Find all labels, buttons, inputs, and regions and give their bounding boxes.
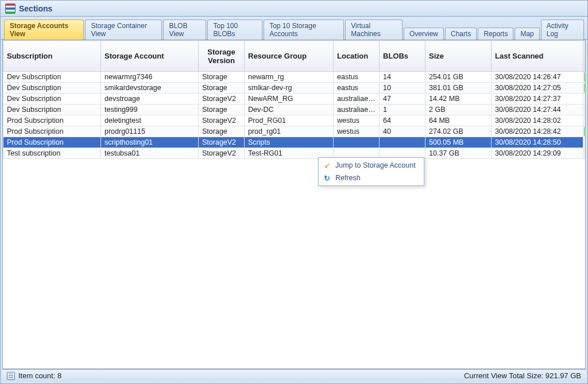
col-resource-group[interactable]: Resource Group <box>245 41 334 72</box>
tab-strip: Storage Accounts ViewStorage Container V… <box>1 17 587 40</box>
cell-pct-of-parent: 30 % <box>583 126 585 137</box>
cell-storage-account: prodrg01115 <box>101 126 199 137</box>
table-row[interactable]: Dev SubscriptionsmikardevstorageStorages… <box>3 83 585 94</box>
cell-storage-account: deletingtest <box>101 115 199 126</box>
cell-location: australiaeast <box>334 94 380 104</box>
table-row[interactable]: Test subscriptiontestubsa01StorageV2Test… <box>3 148 585 159</box>
cell-location: westus <box>334 115 380 126</box>
storage-accounts-table-container[interactable]: Subscription Storage Account Storage Ver… <box>2 40 586 369</box>
table-row[interactable]: Prod Subscriptionscripthosting01StorageV… <box>3 137 585 148</box>
ctx-refresh[interactable]: Refresh <box>319 172 424 184</box>
tab-storage-accounts-view[interactable]: Storage Accounts View <box>4 20 84 40</box>
cell-last-scanned: 30/08/2020 14:29:09 <box>492 148 583 159</box>
cell-blobs: 14 <box>380 72 425 83</box>
col-size[interactable]: Size <box>425 41 492 72</box>
cell-blobs: 1 <box>380 104 425 115</box>
cell-storage-account: testubsa01 <box>101 148 199 159</box>
cell-pct-of-parent: % <box>583 94 585 104</box>
table-row[interactable]: Dev SubscriptiondevstroageStorageV2NewAR… <box>3 94 585 104</box>
tab-charts[interactable]: Charts <box>445 28 477 40</box>
col-last-scanned[interactable]: Last Scanned <box>492 41 583 72</box>
col-storage-account[interactable]: Storage Account <box>101 41 199 72</box>
cell-storage-version: Storage <box>199 72 245 83</box>
cell-size: 2 GB <box>425 104 492 115</box>
cell-size: 381.01 GB <box>425 83 492 94</box>
sections-window: Sections Storage Accounts ViewStorage Co… <box>0 0 588 384</box>
cell-resource-group: prod_rg01 <box>245 126 334 137</box>
cell-location: australiaeast <box>334 104 380 115</box>
cell-pct-of-parent: % <box>583 104 585 115</box>
cell-subscription: Test subscription <box>3 148 101 159</box>
tab-activity-log[interactable]: Activity Log <box>541 20 584 40</box>
cell-last-scanned: 30/08/2020 14:28:02 <box>492 115 583 126</box>
col-storage-version[interactable]: Storage Version <box>199 41 245 72</box>
cell-storage-version: StorageV2 <box>199 115 245 126</box>
table-row[interactable]: Dev Subscriptionnewarmrg7346Storagenewar… <box>3 72 585 83</box>
cell-blobs: 47 <box>380 94 425 104</box>
jump-icon <box>322 161 331 170</box>
table-row[interactable]: Dev Subscriptiontesting999StorageDev-DCa… <box>3 104 585 115</box>
item-count-label: Item count: 8 <box>18 371 61 380</box>
col-pct-of-parent[interactable]: % of Parent <box>583 41 585 72</box>
cell-subscription: Dev Subscription <box>3 72 101 83</box>
title-bar: Sections <box>1 1 587 17</box>
cell-blobs: 10 <box>380 83 425 94</box>
status-bar: Item count: 8 Current View Total Size: 9… <box>2 369 586 382</box>
cell-storage-account: devstroage <box>101 94 199 104</box>
cell-last-scanned: 30/08/2020 14:27:44 <box>492 104 583 115</box>
cell-pct-of-parent: 1 % <box>583 148 585 159</box>
cell-resource-group: NewARM_RG <box>245 94 334 104</box>
table-row[interactable]: Prod SubscriptiondeletingtestStorageV2Pr… <box>3 115 585 126</box>
cell-subscription: Dev Subscription <box>3 94 101 104</box>
col-location[interactable]: Location <box>334 41 380 72</box>
tab-top-100-blobs[interactable]: Top 100 BLOBs <box>207 20 262 40</box>
cell-blobs: 40 <box>380 126 425 137</box>
col-blobs[interactable]: BLOBs <box>380 41 425 72</box>
refresh-icon <box>322 173 331 183</box>
cell-storage-account: newarmrg7346 <box>101 72 199 83</box>
storage-accounts-table: Subscription Storage Account Storage Ver… <box>3 40 585 159</box>
cell-resource-group: Scripts <box>245 137 334 148</box>
cell-last-scanned: 30/08/2020 14:28:50 <box>492 137 583 148</box>
tab-map[interactable]: Map <box>514 28 539 40</box>
tab-top-10-storage-accounts[interactable]: Top 10 Storage Accounts <box>264 20 344 40</box>
ctx-label: Jump to Storage Account <box>335 161 416 169</box>
cell-location <box>334 137 380 148</box>
cell-location: eastus <box>334 72 380 83</box>
ctx-label: Refresh <box>335 174 361 182</box>
ctx-jump[interactable]: Jump to Storage Account <box>319 159 424 172</box>
cell-pct-of-parent: 28 % <box>583 72 585 83</box>
cell-resource-group: Dev-DC <box>245 104 334 115</box>
cell-subscription: Prod Subscription <box>3 115 101 126</box>
total-size-label: Current View Total Size: 921.97 GB <box>464 371 581 380</box>
tab-virtual-machines[interactable]: Virtual Machines <box>345 20 403 40</box>
window-title: Sections <box>19 4 52 13</box>
cell-storage-version: StorageV2 <box>199 148 245 159</box>
tab-blob-view[interactable]: BLOB View <box>163 20 206 40</box>
cell-storage-version: Storage <box>199 83 245 94</box>
cell-storage-account: testing999 <box>101 104 199 115</box>
cell-last-scanned: 30/08/2020 14:28:42 <box>492 126 583 137</box>
tab-reports[interactable]: Reports <box>478 28 513 40</box>
cell-size: 500.05 MB <box>425 137 492 148</box>
cell-location: westus <box>334 126 380 137</box>
cell-subscription: Dev Subscription <box>3 104 101 115</box>
cell-resource-group: newarm_rg <box>245 72 334 83</box>
table-row[interactable]: Prod Subscriptionprodrg01115Storageprod_… <box>3 126 585 137</box>
item-count-icon <box>7 372 15 380</box>
cell-pct-of-parent: 41 % <box>583 83 585 94</box>
cell-pct-of-parent: % <box>583 137 585 148</box>
context-menu: Jump to Storage AccountRefresh <box>318 157 424 186</box>
cell-resource-group: smikar-dev-rg <box>245 83 334 94</box>
tab-overview[interactable]: Overview <box>404 28 444 40</box>
cell-storage-account: scripthosting01 <box>101 137 199 148</box>
col-subscription[interactable]: Subscription <box>3 41 101 72</box>
cell-size: 254.01 GB <box>425 72 492 83</box>
cell-last-scanned: 30/08/2020 14:27:37 <box>492 94 583 104</box>
cell-blobs: 64 <box>380 115 425 126</box>
cell-size: 64 MB <box>425 115 492 126</box>
cell-last-scanned: 30/08/2020 14:27:05 <box>492 83 583 94</box>
cell-storage-version: StorageV2 <box>199 94 245 104</box>
cell-blobs <box>380 137 425 148</box>
tab-storage-container-view[interactable]: Storage Container View <box>85 20 162 40</box>
